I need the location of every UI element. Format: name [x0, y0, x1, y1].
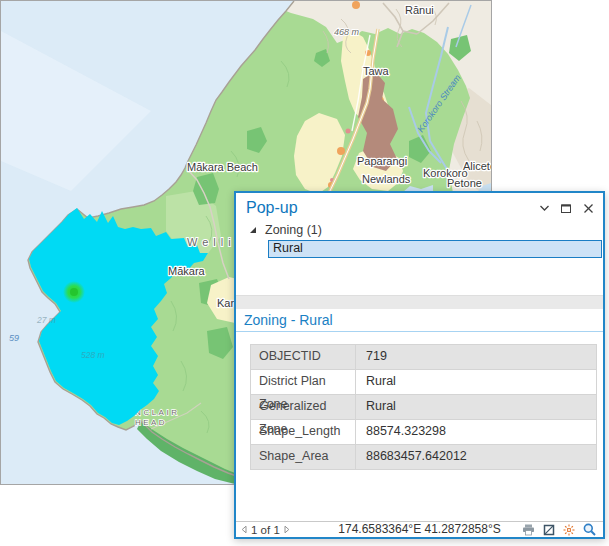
field-value-cell: 88574.323298 — [356, 420, 596, 444]
alicetown-label: Alicetown — [463, 160, 491, 172]
table-row: Shape_Area 88683457.642012 — [251, 445, 596, 470]
print-icon[interactable] — [522, 524, 535, 536]
sinclair-head-label-line2: HEAD — [135, 418, 167, 427]
field-name-cell: District Plan Zone — [251, 370, 356, 394]
ranui-label: Rānui — [405, 4, 434, 16]
field-value-cell: 88683457.642012 — [356, 445, 596, 469]
paparangi-label: Paparangi — [357, 155, 407, 167]
popup-statusbar: 1 of 1 174.6583364°E 41.2872858°S — [236, 521, 603, 537]
flash-feature-icon[interactable] — [563, 524, 575, 536]
feature-section-title: Zoning - Rural — [244, 312, 333, 328]
field-name-cell: OBJECTID — [251, 345, 356, 369]
popup-panel: Pop-up Zoning (1) Rural Zoning - Rural O… — [234, 191, 605, 539]
tree-expander-icon[interactable] — [248, 225, 258, 235]
makara-beach-label: Mākara Beach — [187, 161, 258, 173]
elevation-528-label: 528 m — [81, 350, 105, 360]
petone-label: Petone — [447, 177, 482, 189]
tawa-label: Tawa — [363, 65, 390, 77]
field-name-cell: Shape_Area — [251, 445, 356, 469]
table-row: Generalized Zone Rural — [251, 395, 596, 420]
popup-window-buttons — [538, 202, 594, 214]
field-name-cell: Shape_Length — [251, 420, 356, 444]
depth-59-label: 59 — [9, 333, 19, 343]
field-name-cell: Generalized Zone — [251, 395, 356, 419]
section-divider-band — [236, 295, 603, 309]
elevation-468-label: 468 m — [334, 27, 360, 37]
table-row: OBJECTID 719 — [251, 345, 596, 370]
elevation-27-label: 27 m — [36, 315, 56, 325]
coordinates-readout: 174.6583364°E 41.2872858°S — [338, 522, 500, 536]
newlands-label: Newlands — [362, 173, 411, 185]
table-row: Shape_Length 88574.323298 — [251, 420, 596, 445]
attribute-table: OBJECTID 719 District Plan Zone Rural Ge… — [250, 344, 597, 470]
section-title-rule — [236, 331, 603, 332]
field-value-cell: 719 — [356, 345, 596, 369]
tree-group-zoning[interactable]: Zoning (1) — [248, 223, 322, 237]
next-feature-button[interactable] — [284, 525, 290, 534]
maximize-button[interactable] — [560, 202, 572, 214]
close-icon[interactable] — [582, 202, 594, 214]
makara-label: Mākara — [168, 265, 206, 277]
field-value-cell: Rural — [356, 370, 596, 394]
popup-title: Pop-up — [246, 199, 298, 217]
pager-text: 1 of 1 — [251, 524, 280, 536]
previous-feature-button[interactable] — [241, 525, 247, 534]
field-value-cell: Rural — [356, 395, 596, 419]
dock-popup-icon[interactable] — [543, 524, 555, 536]
tree-item-rural-selected[interactable]: Rural — [268, 240, 602, 258]
table-row: District Plan Zone Rural — [251, 370, 596, 395]
collapse-chevron-button[interactable] — [538, 202, 550, 214]
zoom-to-feature-icon[interactable] — [583, 523, 596, 536]
flash-highlight-core — [70, 288, 78, 296]
feature-pager: 1 of 1 — [241, 522, 290, 537]
tree-group-label: Zoning (1) — [265, 223, 322, 237]
popup-tools — [522, 522, 596, 537]
